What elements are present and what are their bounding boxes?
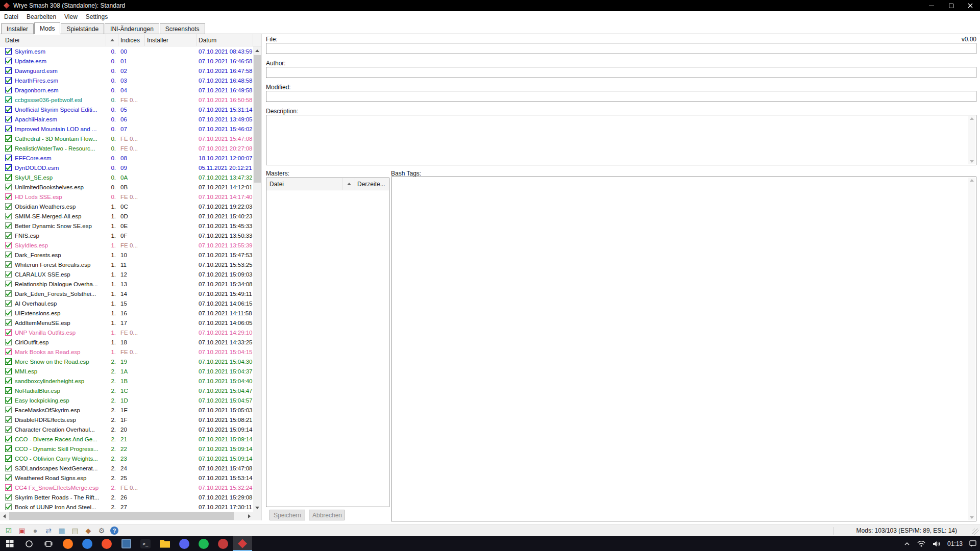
ini-tweaks-icon[interactable]: ▤ [70,526,80,535]
mod-row[interactable]: Book of UUNP Iron And Steel... 2. 27 07.… [0,502,253,512]
mod-active-checkbox[interactable] [5,339,12,345]
description-field[interactable] [266,115,976,165]
mod-active-checkbox[interactable] [5,407,12,413]
taskbar-app-brave[interactable] [97,536,116,551]
mod-row[interactable]: CLARALUX SSE.esp 1. 12 07.10.2021 15:09:… [0,269,253,279]
mod-row[interactable]: Skyrim.esm 0. 00 07.10.2021 08:43:59 [0,46,253,56]
mod-row[interactable]: SkyIdles.esp 1. FE 0... 07.10.2021 13:55… [0,240,253,250]
mod-row[interactable]: UIExtensions.esp 1. 16 07.10.2021 14:11:… [0,308,253,318]
taskbar-app-terminal[interactable]: >_ [136,536,155,551]
action-center-button[interactable] [966,536,980,551]
taskbar-app-firefox[interactable] [58,536,78,551]
description-scrollbar[interactable] [968,116,975,164]
mod-row[interactable]: Dark_Eden_Forests_Solsthei... 1. 14 07.1… [0,289,253,298]
mod-active-checkbox[interactable] [5,87,12,93]
column-header-date[interactable]: Datum [197,34,253,46]
mod-active-checkbox[interactable] [5,319,12,326]
taskbar-app-spotify[interactable] [194,536,213,551]
mod-active-checkbox[interactable] [5,48,12,55]
mod-active-checkbox[interactable] [5,426,12,433]
mod-active-checkbox[interactable] [5,116,12,122]
launch-switch-icon[interactable]: ⇄ [44,526,53,535]
menu-item-view[interactable]: View [60,12,82,21]
mod-row[interactable]: AddItemMenuSE.esp 1. 17 07.10.2021 14:06… [0,318,253,328]
mod-active-checkbox[interactable] [5,58,12,64]
quit-icon[interactable]: ▣ [17,526,27,535]
mod-row[interactable]: HD Lods SSE.esp 0. FE 0... 07.10.2021 14… [0,192,253,202]
mod-row[interactable]: EFFCore.esm 0. 08 18.10.2021 12:00:07 [0,153,253,163]
mod-active-checkbox[interactable] [5,368,12,374]
mod-active-checkbox[interactable] [5,203,12,210]
mod-row[interactable]: sandboxcylinderheight.esp 2. 1B 07.10.20… [0,376,253,386]
mod-row[interactable]: CCO - Oblivion Carry Weights... 2. 23 07… [0,454,253,463]
mod-row[interactable]: FNIS.esp 1. 0F 07.10.2021 13:50:33 [0,231,253,240]
mod-active-checkbox[interactable] [5,252,12,258]
mod-active-checkbox[interactable] [5,213,12,219]
mod-row[interactable]: RealisticWaterTwo - Resourc... 0. FE 0..… [0,143,253,153]
start-button[interactable] [0,536,19,551]
mod-row[interactable]: SMIM-SE-Merged-All.esp 1. 0D 07.10.2021 … [0,211,253,221]
mod-row[interactable]: SkyUI_SE.esp 0. 0A 07.10.2021 13:47:32 [0,172,253,182]
screenshot-browser-icon[interactable]: ▦ [57,526,66,535]
mod-row[interactable]: ccbgssse036-petbwolf.esl 0. FE 0... 07.1… [0,95,253,105]
mod-active-checkbox[interactable] [5,106,12,113]
mod-row[interactable]: DisableHDREffects.esp 2. 1F 07.10.2021 1… [0,415,253,424]
mod-active-checkbox[interactable] [5,174,12,181]
docs-browser-icon[interactable]: ● [31,526,40,535]
scroll-up-button[interactable] [253,46,261,55]
mod-active-checkbox[interactable] [5,494,12,500]
mod-active-checkbox[interactable] [5,155,12,161]
menu-item-bearbeiten[interactable]: Bearbeiten [22,12,60,21]
mod-row[interactable]: More Snow on the Road.esp 2. 19 07.10.20… [0,357,253,366]
mods-horizontal-scrollbar[interactable] [0,512,253,520]
mod-row[interactable]: Dragonborn.esm 0. 04 07.10.2021 16:49:58 [0,85,253,95]
mod-active-checkbox[interactable] [5,484,12,491]
mod-row[interactable]: Dawnguard.esm 0. 02 07.10.2021 16:47:58 [0,66,253,76]
mod-active-checkbox[interactable] [5,504,12,510]
cancel-button[interactable]: Abbrechen [309,510,345,520]
menu-item-datei[interactable]: Datei [0,12,22,21]
mod-active-checkbox[interactable] [5,397,12,404]
horizontal-scroll-thumb[interactable] [9,512,234,520]
minimize-button[interactable] [922,0,941,11]
mod-row[interactable]: CiriOutfit.esp 1. 18 07.10.2021 14:33:25 [0,337,253,347]
column-header-indices[interactable]: Indices [118,34,145,46]
tab-screenshots[interactable]: Screenshots [160,23,205,34]
clock[interactable]: 01:13 [944,540,966,547]
mod-active-checkbox[interactable] [5,348,12,355]
mod-row[interactable]: NoRadialBlur.esp 2. 1C 07.10.2021 15:04:… [0,386,253,395]
mod-active-checkbox[interactable] [5,329,12,336]
masters-column-current[interactable]: Derzeite... [355,178,389,190]
mod-active-checkbox[interactable] [5,261,12,268]
bash-tags-field[interactable] [391,177,976,521]
mod-active-checkbox[interactable] [5,436,12,442]
scroll-right-button[interactable] [245,512,253,520]
mod-active-checkbox[interactable] [5,135,12,142]
mod-active-checkbox[interactable] [5,164,12,171]
mod-active-checkbox[interactable] [5,281,12,287]
mod-row[interactable]: Whiterun Forest Borealis.esp 1. 11 07.10… [0,260,253,269]
menu-item-settings[interactable]: Settings [82,12,112,21]
taskbar-app-opera-gx[interactable] [213,536,233,551]
tab-mods[interactable]: Mods [34,22,60,34]
mod-active-checkbox[interactable] [5,358,12,365]
mod-active-checkbox[interactable] [5,416,12,423]
file-field[interactable] [266,43,976,54]
mod-row[interactable]: AI Overhaul.esp 1. 15 07.10.2021 14:06:1… [0,298,253,308]
tab-installer[interactable]: Installer [1,23,34,34]
mod-active-checkbox[interactable] [5,310,12,316]
scroll-left-button[interactable] [0,512,8,520]
taskbar-app-edge[interactable] [78,536,97,551]
tray-expand-button[interactable] [900,536,914,551]
network-button[interactable] [914,536,929,551]
mod-row[interactable]: FaceMasksOfSkyrim.esp 2. 1E 07.10.2021 1… [0,405,253,415]
masters-sort-column[interactable] [343,178,355,190]
mod-checker-icon[interactable]: ◆ [84,526,93,535]
mod-active-checkbox[interactable] [5,474,12,481]
mod-active-checkbox[interactable] [5,300,12,307]
mod-row[interactable]: Unofficial Skyrim Special Editi... 0. 05… [0,105,253,114]
mod-active-checkbox[interactable] [5,96,12,103]
mod-row[interactable]: Easy lockpicking.esp 2. 1D 07.10.2021 15… [0,395,253,405]
mod-active-checkbox[interactable] [5,242,12,248]
mod-row[interactable]: Relationship Dialogue Overha... 1. 13 07… [0,279,253,289]
